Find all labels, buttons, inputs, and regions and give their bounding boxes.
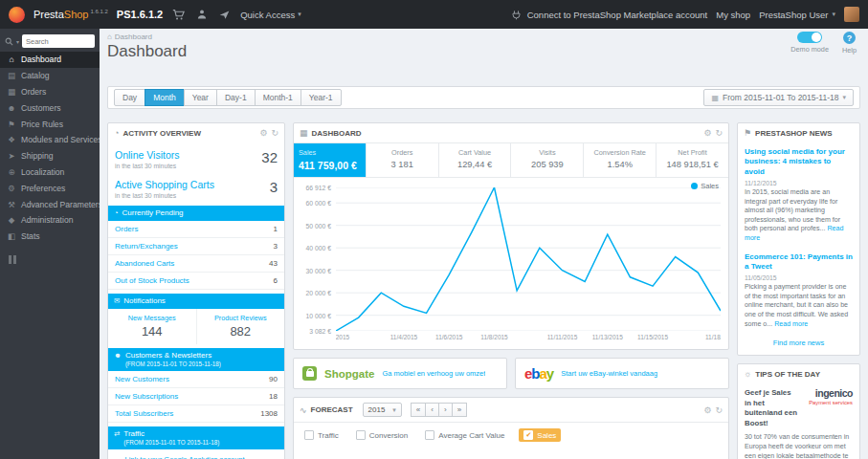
filter-button-day-1[interactable]: Day-1 bbox=[216, 89, 256, 106]
online-visitors-link[interactable]: Online Visitors bbox=[115, 149, 180, 161]
sidebar-item-label: Stats bbox=[21, 231, 40, 241]
filter-button-month-1[interactable]: Month-1 bbox=[255, 89, 301, 106]
prestashop-logo bbox=[9, 7, 25, 23]
ingenico-name: ingenico bbox=[803, 388, 853, 399]
kpi-net-profit[interactable]: Net Profit148 918,51 € bbox=[657, 143, 728, 177]
search-scope-caret-icon[interactable]: ▾ bbox=[16, 38, 19, 45]
pager-last-button[interactable]: » bbox=[452, 403, 467, 417]
pending-row: Orders1 bbox=[108, 221, 284, 238]
localization-icon: ⊕ bbox=[7, 167, 16, 177]
kpi-orders[interactable]: Orders3 181 bbox=[367, 143, 439, 177]
customers-row: New Subscriptions18 bbox=[108, 388, 284, 405]
refresh-icon[interactable]: ↻ bbox=[715, 405, 723, 415]
notifications-header: ✉ Notifications bbox=[108, 294, 284, 309]
news-date: 11/12/2015 bbox=[745, 180, 853, 186]
gear-icon[interactable]: ⚙ bbox=[703, 128, 711, 138]
pending-returns-link[interactable]: Return/Exchanges bbox=[115, 242, 178, 251]
legend-label: Sales bbox=[701, 182, 719, 190]
pager-prev-button[interactable]: ‹ bbox=[425, 403, 439, 417]
sidebar-item-dashboard[interactable]: ⌂Dashboard bbox=[0, 52, 100, 68]
kpi-cart-value[interactable]: Cart Value129,44 € bbox=[439, 143, 512, 177]
y-tick-label: 40 000 € bbox=[306, 245, 331, 251]
filter-button-year-1[interactable]: Year-1 bbox=[300, 89, 342, 106]
news-title-link[interactable]: Ecommerce 101: Payments in a Tweet bbox=[745, 252, 853, 273]
sidebar-item-catalog[interactable]: ▤Catalog bbox=[0, 68, 100, 84]
left-column: ◔ ACTIVITY OVERVIEW ⚙ ↻ Online Visitors … bbox=[107, 122, 285, 459]
find-more-news-link[interactable]: Find more news bbox=[738, 333, 859, 355]
abandoned-carts-link[interactable]: Abandoned Carts bbox=[115, 259, 174, 268]
filter-button-month[interactable]: Month bbox=[145, 89, 185, 106]
currently-pending-header: ◔ Currently Pending bbox=[108, 206, 284, 221]
news-title-link[interactable]: Using social media for your business: 4 … bbox=[745, 147, 853, 177]
legend-conversion[interactable]: Conversion bbox=[353, 428, 411, 442]
collapse-menu-icon[interactable] bbox=[9, 255, 91, 264]
topbar: PrestaShop1.6.1.2 PS1.6.1.2 Quick Access… bbox=[0, 0, 868, 29]
sidebar-item-customers[interactable]: ☻Customers bbox=[0, 99, 100, 116]
ebay-link[interactable]: Start uw eBay-winkel vandaag bbox=[561, 369, 657, 378]
my-shop-link[interactable]: My shop bbox=[716, 10, 750, 20]
chart-legend[interactable]: Sales bbox=[691, 182, 719, 190]
legend-traffic[interactable]: Traffic bbox=[301, 428, 342, 442]
sidebar-item-price-rules[interactable]: ⚑Price Rules bbox=[0, 116, 100, 132]
kpi-label: Conversion Rate bbox=[589, 148, 651, 157]
prestashop-news-panel: ⚑ PRESTASHOP NEWS Using social media for… bbox=[737, 122, 860, 356]
sidebar-item-stats[interactable]: ◧Stats bbox=[0, 229, 100, 245]
gear-icon[interactable]: ⚙ bbox=[259, 128, 267, 138]
tips-panel-header: ☼ TIPS OF THE DAY bbox=[738, 364, 859, 383]
legend-average-cart-value[interactable]: Average Cart Value bbox=[422, 428, 507, 442]
pager-next-button[interactable]: › bbox=[438, 403, 453, 417]
read-more-link[interactable]: Read more bbox=[774, 320, 808, 328]
dashboard-columns: ◔ ACTIVITY OVERVIEW ⚙ ↻ Online Visitors … bbox=[107, 122, 860, 459]
sidebar-item-shipping[interactable]: ➤Shipping bbox=[0, 148, 100, 164]
kpi-sales[interactable]: Sales411 759,00 € bbox=[294, 143, 367, 177]
search-input[interactable] bbox=[22, 34, 95, 48]
refresh-icon[interactable]: ↻ bbox=[271, 128, 278, 138]
sidebar-item-localization[interactable]: ⊕Localization bbox=[0, 164, 100, 181]
kpi-value: 205 939 bbox=[516, 160, 578, 169]
sidebar-item-administration[interactable]: ◆Administration bbox=[0, 212, 100, 229]
product-reviews-link[interactable]: Product Reviews bbox=[199, 314, 283, 322]
sidebar-item-modules[interactable]: ❖Modules and Services bbox=[0, 132, 100, 148]
pending-orders-link[interactable]: Orders bbox=[115, 225, 138, 233]
shop-name[interactable]: PS1.6.1.2 bbox=[117, 9, 163, 20]
kpi-visits[interactable]: Visits205 939 bbox=[511, 143, 584, 177]
messages-icon[interactable] bbox=[217, 8, 232, 22]
cart-icon[interactable] bbox=[171, 8, 186, 22]
sidebar-item-orders[interactable]: ▦Orders bbox=[0, 84, 100, 100]
user-menu[interactable]: PrestaShop User ▾ bbox=[759, 10, 835, 20]
customers-row: New Customers90 bbox=[108, 371, 284, 388]
shopgate-link[interactable]: Ga mobiel en verhoog uw omzet bbox=[382, 369, 485, 378]
panel-title: ACTIVITY OVERVIEW bbox=[122, 129, 201, 138]
google-analytics-link[interactable]: → Link to your Google Analytics account bbox=[108, 449, 284, 459]
sidebar-item-preferences[interactable]: ⚙Preferences bbox=[0, 180, 100, 196]
new-customers-link[interactable]: New Customers bbox=[115, 375, 169, 383]
refresh-icon[interactable]: ↻ bbox=[715, 128, 723, 138]
year-select[interactable]: 2015▾ bbox=[363, 403, 402, 417]
kpi-conversion-rate[interactable]: Conversion Rate1.54% bbox=[584, 143, 657, 177]
help-button[interactable]: ? bbox=[843, 32, 856, 44]
legend-sales[interactable]: ✔Sales bbox=[519, 428, 561, 442]
out-of-stock-link[interactable]: Out of Stock Products bbox=[115, 276, 189, 285]
active-carts-link[interactable]: Active Shopping Carts bbox=[115, 179, 214, 190]
y-tick-label: 30 000 € bbox=[306, 267, 331, 273]
user-avatar[interactable] bbox=[844, 7, 859, 22]
new-messages-link[interactable]: New Messages bbox=[110, 314, 194, 322]
total-subscribers-link[interactable]: Total Subscribers bbox=[115, 409, 173, 418]
demo-mode-toggle[interactable] bbox=[797, 32, 822, 43]
legend-dot-icon bbox=[691, 183, 698, 189]
customers-icon[interactable] bbox=[194, 8, 209, 22]
online-visitors-stat: Online Visitors in the last 30 minutes 3… bbox=[108, 142, 284, 172]
sidebar-item-advanced-parameters[interactable]: ⚒Advanced Parameters bbox=[0, 196, 100, 212]
date-range-button[interactable]: ▦ From 2015-11-01 To 2015-11-18 ▾ bbox=[703, 89, 854, 106]
dashboard-panel-header: ▦ DASHBOARD ⚙ ↻ bbox=[294, 123, 728, 142]
pager-first-button[interactable]: « bbox=[411, 403, 426, 417]
quick-access-menu[interactable]: Quick Access ▾ bbox=[240, 10, 301, 20]
gear-icon[interactable]: ⚙ bbox=[703, 405, 711, 415]
new-subscriptions-link[interactable]: New Subscriptions bbox=[115, 392, 178, 401]
filter-button-day[interactable]: Day bbox=[114, 89, 145, 106]
filter-button-year[interactable]: Year bbox=[184, 89, 217, 106]
marketplace-link[interactable]: Connect to PrestaShop Marketplace accoun… bbox=[509, 8, 708, 22]
checkbox-icon bbox=[304, 430, 314, 440]
tips-of-the-day-panel: ☼ TIPS OF THE DAY Geef je Sales in het b… bbox=[737, 363, 860, 459]
sidebar-item-label: Localization bbox=[21, 167, 64, 177]
